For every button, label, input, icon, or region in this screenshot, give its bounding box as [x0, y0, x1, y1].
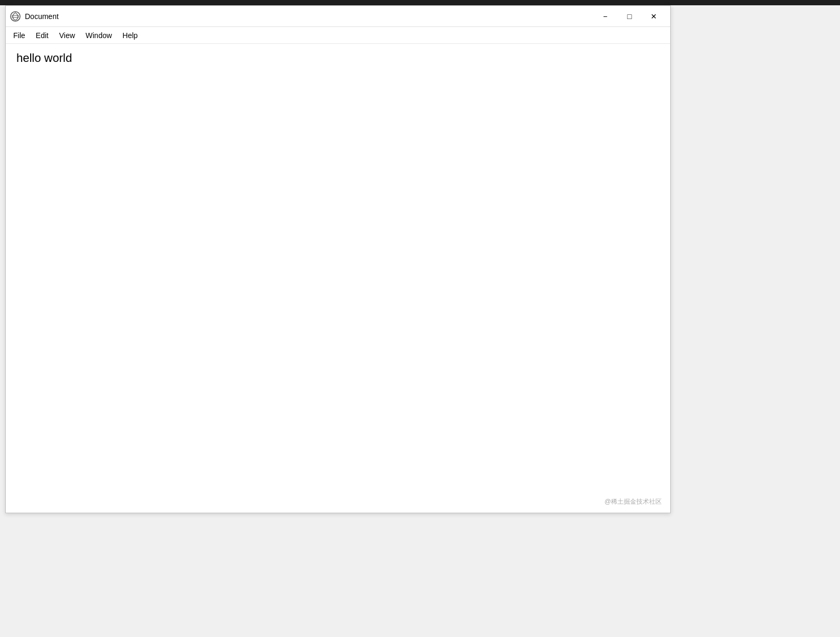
menu-item-edit[interactable]: Edit [31, 29, 54, 42]
menu-item-view[interactable]: View [54, 29, 80, 42]
document-content-area[interactable]: hello world @稀土掘金技术社区 [6, 44, 670, 513]
minimize-button[interactable]: − [593, 8, 617, 25]
maximize-button[interactable]: □ [617, 8, 642, 25]
menu-item-file[interactable]: File [8, 29, 31, 42]
watermark-text: @稀土掘金技术社区 [605, 497, 662, 506]
title-bar: Document − □ ✕ [6, 6, 670, 27]
menu-item-window[interactable]: Window [80, 29, 117, 42]
close-button[interactable]: ✕ [642, 8, 666, 25]
application-window: Document − □ ✕ File Edit View Window Hel… [5, 5, 671, 513]
document-text: hello world [16, 50, 660, 67]
menu-bar: File Edit View Window Help [6, 27, 670, 44]
top-strip [0, 0, 840, 5]
window-title: Document [25, 12, 593, 21]
window-controls: − □ ✕ [593, 8, 666, 25]
menu-item-help[interactable]: Help [117, 29, 143, 42]
app-icon [10, 11, 21, 22]
